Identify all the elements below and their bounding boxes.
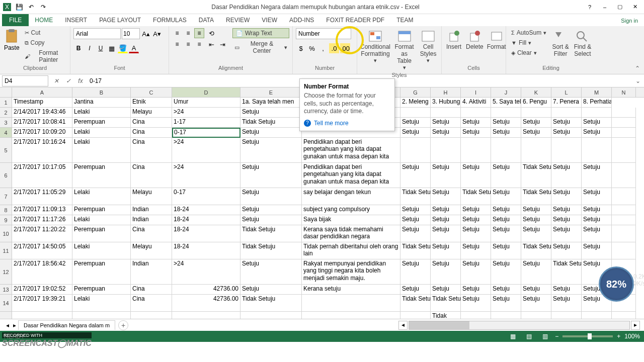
orientation-icon[interactable]: ⟲: [206, 28, 216, 38]
row-header[interactable]: 6: [0, 163, 12, 188]
cell[interactable]: Setuju: [582, 188, 612, 205]
cell[interactable]: 2/17/2017 14:50:05: [12, 242, 72, 259]
cell[interactable]: Kerana setuju: [302, 285, 400, 295]
cell[interactable]: [461, 312, 491, 319]
sheet-nav-next[interactable]: ▸: [11, 322, 18, 329]
increase-decimal-icon[interactable]: .0: [329, 43, 339, 53]
page-layout-view-icon[interactable]: ▤: [523, 332, 535, 341]
cell[interactable]: Setuju: [431, 205, 461, 215]
number-format-combo[interactable]: [296, 28, 351, 39]
cell[interactable]: Setuju: [551, 128, 582, 138]
col-header[interactable]: J: [491, 87, 521, 97]
cell[interactable]: Setuju: [461, 285, 491, 295]
cell[interactable]: Setuju: [521, 205, 551, 215]
paste-button[interactable]: Paste: [3, 28, 21, 65]
cell[interactable]: [551, 312, 582, 319]
cell[interactable]: 2/17/2017 11:09:13: [12, 205, 72, 215]
cell[interactable]: Tidak Setuju: [240, 242, 302, 259]
cell[interactable]: Melayu: [131, 188, 172, 205]
fill-button[interactable]: ▼ Fill ▾: [509, 38, 548, 47]
cell[interactable]: Tidak Setuju: [240, 118, 302, 128]
cell[interactable]: [12, 312, 72, 319]
data-tab[interactable]: DATA: [193, 14, 220, 26]
zoom-level[interactable]: 100%: [624, 333, 640, 340]
cell[interactable]: Lelaki: [72, 188, 131, 205]
cell[interactable]: Setuju: [400, 285, 431, 295]
addins-tab[interactable]: ADD-INS: [283, 14, 320, 26]
cell[interactable]: Setuju: [551, 242, 582, 259]
home-tab[interactable]: HOME: [29, 14, 59, 26]
cell[interactable]: Tidak Setuju: [240, 225, 302, 242]
cell[interactable]: 8. Perhatian tidak: [582, 98, 612, 108]
cell[interactable]: Tidak Setuju: [461, 188, 491, 205]
cell[interactable]: Setuju: [240, 108, 302, 118]
cell[interactable]: [582, 312, 612, 319]
cell[interactable]: Tidak pernah diberitahui oleh orang lain: [302, 242, 400, 259]
cell[interactable]: Setuju: [491, 118, 521, 128]
cell[interactable]: [400, 312, 431, 319]
cell[interactable]: Tidak Setuju: [521, 242, 551, 259]
row-header[interactable]: 11: [0, 242, 12, 259]
cell[interactable]: Melayu: [131, 242, 172, 259]
cell[interactable]: Setuju: [551, 295, 582, 312]
cell[interactable]: 2/17/2017 10:16:24: [12, 138, 72, 163]
cell[interactable]: >24: [172, 108, 240, 118]
cell[interactable]: Setuju: [431, 215, 461, 225]
align-top-icon[interactable]: ≡: [172, 28, 182, 38]
cell[interactable]: 5. Saya tel: [491, 98, 521, 108]
cell[interactable]: [172, 312, 240, 319]
minimize-button[interactable]: –: [598, 2, 612, 12]
cell[interactable]: Setuju: [400, 205, 431, 215]
cell[interactable]: Timestamp: [12, 98, 72, 108]
font-color-button[interactable]: A: [129, 43, 139, 53]
cell[interactable]: Setuju: [431, 163, 461, 188]
row-header[interactable]: 10: [0, 225, 12, 242]
row-header[interactable]: 2: [0, 108, 12, 118]
cell[interactable]: Tidak: [431, 312, 461, 319]
formulas-tab[interactable]: FORMULAS: [147, 14, 193, 26]
cell[interactable]: Cina: [131, 138, 172, 163]
cell[interactable]: Rakyat mempunyai pendidikan yang tinggi …: [302, 259, 400, 285]
format-as-table-button[interactable]: Format as Table▾: [392, 28, 416, 72]
cell[interactable]: Setuju: [551, 118, 582, 128]
cell[interactable]: Setuju: [551, 163, 582, 188]
expand-formula-bar-icon[interactable]: ⌄: [632, 77, 644, 84]
wrap-text-button[interactable]: 📄 Wrap Text: [232, 28, 289, 38]
cell[interactable]: Setuju: [582, 215, 612, 225]
cell[interactable]: [612, 138, 636, 163]
cancel-formula-icon[interactable]: ✕: [50, 75, 62, 86]
cell[interactable]: Lelaki: [72, 215, 131, 225]
cell[interactable]: Lelaki: [72, 242, 131, 259]
cell[interactable]: [612, 108, 636, 118]
fill-color-button[interactable]: 🪣: [118, 43, 128, 53]
cell[interactable]: 18-24: [172, 242, 240, 259]
cell[interactable]: Setuju: [461, 225, 491, 242]
cell[interactable]: Setuju: [551, 215, 582, 225]
cell[interactable]: [612, 242, 636, 259]
maximize-button[interactable]: ▢: [613, 2, 627, 12]
cell[interactable]: [240, 312, 302, 319]
cell[interactable]: Setuju: [400, 225, 431, 242]
increase-indent-icon[interactable]: ⇥: [217, 39, 227, 49]
grow-font-icon[interactable]: A▴: [141, 29, 151, 39]
align-bottom-icon[interactable]: ≡: [194, 28, 204, 38]
insert-tab[interactable]: INSERT: [59, 14, 93, 26]
cell[interactable]: 2/17/2017 19:39:21: [12, 295, 72, 312]
cell[interactable]: 42736.00: [172, 295, 240, 312]
cell[interactable]: 0-17: [172, 188, 240, 205]
cell[interactable]: 4. Aktiviti: [461, 98, 491, 108]
cell[interactable]: Jantina: [72, 98, 131, 108]
row-header[interactable]: 9: [0, 215, 12, 225]
cell[interactable]: 18-24: [172, 205, 240, 215]
cell[interactable]: [612, 215, 636, 225]
cell[interactable]: Cina: [131, 163, 172, 188]
cell[interactable]: Pendidikan dapat beri pengetahuan yang k…: [302, 163, 400, 188]
cell[interactable]: [431, 108, 461, 118]
cell[interactable]: Cina: [131, 118, 172, 128]
cell[interactable]: [612, 188, 636, 205]
cell[interactable]: Setuju: [400, 118, 431, 128]
col-header[interactable]: D: [172, 87, 240, 97]
cell[interactable]: 1a. Saya telah men: [240, 98, 302, 108]
cell[interactable]: 18-24: [172, 215, 240, 225]
row-header[interactable]: 7: [0, 188, 12, 205]
